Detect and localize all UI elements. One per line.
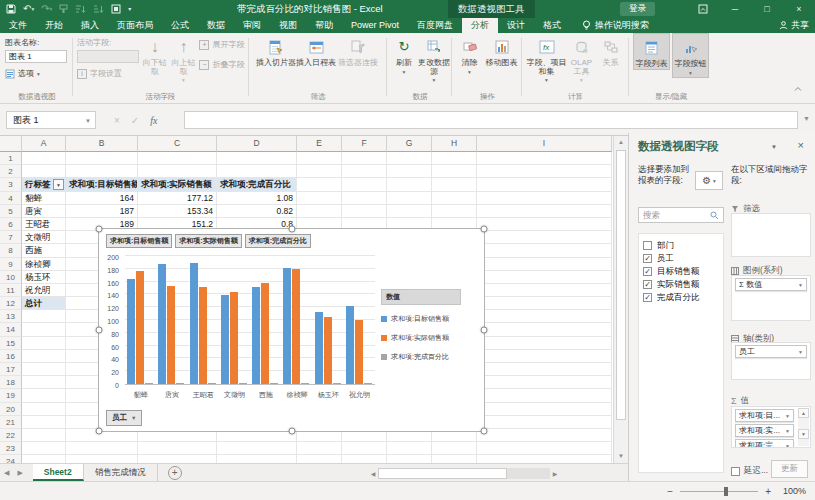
grid-cell[interactable] (297, 165, 342, 178)
grid-cell[interactable] (22, 152, 66, 165)
row-header[interactable]: 12 (0, 297, 22, 310)
close-button[interactable]: × (783, 0, 815, 18)
field-checkbox[interactable]: ✓ (643, 280, 652, 289)
legend-values-button[interactable]: 数值 (381, 289, 461, 305)
sheet-nav-right-icon[interactable]: ▶ (13, 464, 26, 481)
insert-slicer-button[interactable]: 插入切片器 (256, 33, 296, 68)
bar[interactable] (208, 383, 216, 384)
grid-cell[interactable]: 徐祯卿 (22, 258, 66, 271)
filter-connections-button[interactable]: 筛选器连接 (336, 33, 380, 68)
grid-cell[interactable] (342, 442, 387, 455)
grid-cell[interactable]: 唐寅 (22, 205, 66, 218)
row-header[interactable]: 7 (0, 231, 22, 244)
grid-cell[interactable]: 西施 (22, 244, 66, 257)
menu-tab[interactable]: 公式 (162, 18, 198, 33)
grid-cell[interactable] (477, 231, 612, 244)
row-header[interactable]: 22 (0, 429, 22, 442)
field-list-item[interactable]: ✓目标销售额 (639, 265, 723, 278)
grid-cell[interactable]: 杨玉环 (22, 271, 66, 284)
row-header[interactable]: 14 (0, 323, 22, 336)
grid-cell[interactable]: 求和项:目标销售额 (66, 178, 138, 191)
undo-icon[interactable]: ↶▾ (23, 0, 34, 18)
expand-field-button[interactable]: + 展开字段 (199, 39, 247, 50)
grid-cell[interactable]: 祝允明 (22, 284, 66, 297)
grid-cell[interactable] (477, 284, 612, 297)
refresh-button[interactable]: ↻ 刷新▾ (390, 33, 418, 76)
menu-tab[interactable]: 视图 (270, 18, 306, 33)
chart-resize-handle[interactable] (96, 226, 103, 233)
move-chart-button[interactable]: 移动图表 (484, 33, 520, 68)
maximize-button[interactable]: □ (751, 0, 783, 18)
chart-axis-field-button[interactable]: 员工▼ (106, 410, 142, 426)
collapse-field-button[interactable]: − 折叠字段 (199, 59, 247, 70)
row-header[interactable]: 2 (0, 165, 22, 178)
grid-cell[interactable]: 1.08 (217, 192, 297, 205)
field-buttons-toggle-button[interactable]: 字段按钮▾ (672, 33, 709, 78)
bar[interactable] (199, 287, 207, 384)
grid-cell[interactable] (432, 442, 477, 455)
grid-cell[interactable] (477, 363, 612, 376)
grid-cell[interactable] (297, 192, 342, 205)
grid-cell[interactable] (22, 350, 66, 363)
grid-cell[interactable] (217, 442, 297, 455)
chart-plot-area[interactable] (125, 257, 375, 385)
grid-cell[interactable] (477, 244, 612, 257)
horizontal-scroll-track[interactable] (378, 468, 550, 479)
axis-drop-zone[interactable]: 员工▼ (731, 342, 811, 380)
name-box-caret-icon[interactable]: ▼ (85, 113, 91, 129)
options-button[interactable]: 选项▾ (5, 68, 72, 79)
value-field-pill[interactable]: 求和项:实...▼ (735, 424, 794, 437)
grid-cell[interactable] (432, 165, 477, 178)
bar[interactable] (333, 383, 341, 384)
grid-cell[interactable] (477, 310, 612, 323)
enter-icon[interactable]: ✓ (131, 115, 139, 126)
bar[interactable] (252, 287, 260, 384)
menu-tab[interactable]: 帮助 (306, 18, 342, 33)
menu-tab[interactable]: Power Pivot (342, 18, 408, 33)
grid-cell[interactable] (477, 429, 612, 442)
horizontal-scrollbar[interactable]: ◀ ▶ (368, 467, 560, 479)
relationships-button[interactable]: 关系 (597, 33, 625, 68)
formula-input[interactable] (184, 111, 798, 129)
field-list-toggle-button[interactable]: 字段列表 (633, 33, 670, 70)
grid-cell[interactable] (387, 165, 432, 178)
grid-cell[interactable] (342, 152, 387, 165)
grid-cell[interactable] (477, 205, 612, 218)
field-list-item[interactable]: 部门 (639, 239, 723, 252)
grid-cell[interactable] (297, 152, 342, 165)
scroll-right-icon[interactable]: ▶ (550, 470, 560, 477)
olap-tools-button[interactable]: fx OLAP 工具▾ (567, 33, 597, 85)
zoom-level[interactable]: 100% (778, 486, 806, 496)
grid-cell[interactable] (432, 205, 477, 218)
zoom-in-button[interactable]: + (765, 486, 771, 497)
drill-up-button[interactable]: ↑ 向上钻取▾ (170, 33, 196, 85)
legend-field-pill[interactable]: Σ 数值▼ (735, 278, 807, 291)
bar[interactable] (167, 286, 175, 384)
value-field-pill[interactable]: 求和项:完...▼ (735, 439, 794, 448)
vertical-scrollbar[interactable]: ▲ ▼ (613, 136, 628, 463)
pane-close-icon[interactable]: × (798, 139, 804, 151)
grid-cell[interactable] (217, 455, 297, 463)
menu-tab[interactable]: 格式 (534, 18, 570, 33)
values-drop-zone[interactable]: 求和项:目...▼求和项:实...▼求和项:完...▼ ▲ ▼ (731, 406, 811, 448)
grid-cell[interactable] (432, 152, 477, 165)
grid-cell[interactable] (342, 455, 387, 463)
bar[interactable] (176, 383, 184, 384)
menu-tab[interactable]: 百度网盘 (408, 18, 462, 33)
bar[interactable] (145, 383, 153, 384)
share-button[interactable]: 共享 (779, 18, 809, 33)
chart-field-button[interactable]: 求和项:完成百分比 (245, 234, 311, 248)
menu-tab[interactable]: 页面布局 (108, 18, 162, 33)
field-checkbox[interactable] (643, 241, 652, 250)
row-header[interactable]: 16 (0, 350, 22, 363)
field-checkbox[interactable]: ✓ (643, 254, 652, 263)
grid-cell[interactable] (477, 350, 612, 363)
bar[interactable] (283, 268, 291, 384)
grid-cell[interactable] (22, 403, 66, 416)
select-all-corner[interactable] (0, 136, 22, 152)
chart-resize-handle[interactable] (96, 327, 103, 334)
grid-cell[interactable] (387, 455, 432, 463)
grid-cell[interactable] (477, 218, 612, 231)
grid-cell[interactable] (432, 192, 477, 205)
format-painter-icon[interactable] (59, 4, 68, 14)
